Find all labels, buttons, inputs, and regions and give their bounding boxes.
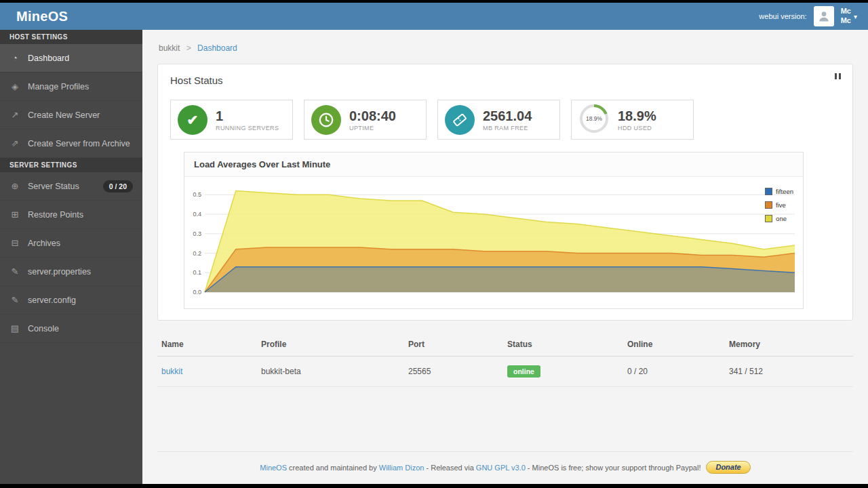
sidebar-item-console[interactable]: ▤ Console	[0, 314, 142, 343]
server-memory: 341 / 512	[729, 367, 849, 376]
sidebar-item-server-properties[interactable]: ✎ server.properties	[0, 258, 142, 286]
stat-label: HDD USED	[618, 125, 656, 131]
table-header-row: Name Profile Port Status Online Memory	[157, 333, 853, 357]
host-status-panel: Host Status ✔ 1 RUNNING SERVERS	[157, 64, 853, 321]
sidebar-item-label: Manage Profiles	[28, 82, 89, 92]
screen: MineOS webui version: Mc Mc ▾ HOST SETTI…	[0, 0, 868, 488]
server-name-link[interactable]: bukkit	[161, 367, 182, 376]
tags-icon: ◈	[9, 81, 20, 92]
panel-title: Host Status	[170, 75, 840, 86]
footer-link-author[interactable]: William Dizon	[379, 464, 425, 472]
legend-swatch	[765, 188, 772, 195]
sidebar-item-label: Archives	[28, 239, 60, 248]
stat-value: 18.9%	[618, 108, 656, 123]
sidebar-item-server-status[interactable]: ⊕ Server Status 0 / 20	[0, 172, 142, 201]
ticket-icon	[445, 105, 475, 135]
legend-item-five: five	[765, 201, 793, 209]
brand-logo[interactable]: MineOS	[0, 9, 68, 24]
external-link-icon: ⇗	[9, 138, 20, 148]
load-averages-chart-panel: Load Averages Over Last Minute 0.00.10.2…	[184, 152, 804, 309]
dashboard-icon: ◔	[9, 53, 20, 63]
sidebar-item-dashboard[interactable]: ◔ Dashboard	[0, 44, 142, 73]
chart-legend: fifteenfiveone	[765, 188, 793, 228]
legend-swatch	[765, 201, 772, 209]
footer-link-mineos[interactable]: MineOS	[260, 464, 287, 472]
svg-text:0.3: 0.3	[193, 230, 201, 237]
legend-swatch	[765, 215, 772, 222]
legend-label: fifteen	[776, 188, 793, 195]
stat-tiles: ✔ 1 RUNNING SERVERS 0:08:40	[170, 100, 840, 140]
donate-button[interactable]: Donate	[706, 461, 750, 474]
user-avatar	[814, 6, 834, 26]
sidebar-item-manage-profiles[interactable]: ◈ Manage Profiles	[0, 73, 142, 101]
check-icon: ✔	[178, 105, 208, 135]
letterbox-bottom	[0, 484, 868, 488]
mineos-webui: MineOS webui version: Mc Mc ▾ HOST SETTI…	[0, 3, 868, 484]
stat-label: UPTIME	[349, 125, 396, 131]
sidebar-item-restore-points[interactable]: ⊞ Restore Points	[0, 201, 142, 229]
col-header-status: Status	[507, 340, 627, 349]
sidebar-item-server-config[interactable]: ✎ server.config	[0, 286, 142, 314]
user-name: Mc Mc	[841, 7, 851, 26]
main-content: bukkit > Dashboard Host Status ✔ 1 RUNNI…	[142, 30, 868, 484]
pause-icon[interactable]	[833, 71, 843, 81]
top-bar: MineOS webui version: Mc Mc ▾	[0, 3, 868, 30]
chart-body: 0.00.10.20.30.40.5 fifteenfiveone	[184, 177, 803, 308]
server-port: 25565	[408, 367, 507, 376]
clock-icon	[311, 105, 341, 135]
sidebar-item-label: Create Server from Archive	[28, 139, 130, 148]
sidebar-item-label: Console	[28, 324, 59, 333]
sidebar-item-label: server.config	[28, 296, 76, 305]
chevron-down-icon: ▾	[854, 13, 857, 20]
inbox-icon: ⊞	[9, 209, 20, 220]
footer: MineOS created and maintained by William…	[157, 451, 853, 484]
stat-value: 0:08:40	[349, 108, 396, 123]
server-count-badge: 0 / 20	[103, 180, 133, 192]
sidebar-item-create-server-from-archive[interactable]: ⇗ Create Server from Archive	[0, 129, 142, 158]
stat-value: 1	[216, 108, 279, 123]
server-profile: bukkit-beta	[261, 367, 408, 376]
stat-tile-hdd-used: 18.9% 18.9% HDD USED	[571, 100, 694, 140]
stat-tile-uptime: 0:08:40 UPTIME	[304, 100, 427, 140]
external-link-icon: ↗	[9, 110, 20, 120]
user-menu[interactable]: Mc Mc ▾	[841, 7, 857, 26]
legend-item-one: one	[765, 215, 793, 222]
footer-text: - Released via	[424, 464, 475, 472]
user-name-line1: Mc	[841, 7, 851, 16]
topbar-right: webui version: Mc Mc ▾	[759, 6, 868, 26]
svg-text:0.4: 0.4	[193, 211, 201, 218]
user-name-line2: Mc	[841, 16, 851, 26]
footer-link-license[interactable]: GNU GPL v3.0	[476, 464, 526, 472]
legend-label: five	[776, 201, 786, 209]
status-badge: online	[507, 365, 540, 378]
globe-icon: ⊕	[9, 181, 20, 191]
svg-text:0.2: 0.2	[193, 250, 201, 257]
stat-tile-ram-free: 2561.04 MB RAM FREE	[437, 100, 560, 140]
footer-text: created and maintained by	[287, 464, 379, 472]
chart-title: Load Averages Over Last Minute	[184, 152, 803, 177]
svg-text:0.1: 0.1	[193, 269, 201, 276]
load-averages-chart: 0.00.10.20.30.40.5	[186, 180, 797, 303]
breadcrumb-separator: >	[186, 43, 191, 53]
col-header-profile: Profile	[261, 340, 408, 349]
sidebar-section-host-settings: HOST SETTINGS	[0, 30, 142, 44]
col-header-online: Online	[627, 340, 729, 349]
col-header-name: Name	[161, 340, 261, 349]
breadcrumb-current[interactable]: Dashboard	[197, 43, 237, 53]
table-row: bukkit bukkit-beta 25565 online 0 / 20 3…	[157, 357, 853, 387]
sidebar-item-label: server.properties	[28, 267, 91, 277]
sidebar-item-label: Restore Points	[28, 210, 83, 220]
stat-label: MB RAM FREE	[483, 125, 532, 131]
stat-value: 2561.04	[483, 108, 532, 123]
archive-icon: ⊟	[9, 238, 20, 248]
sidebar-item-create-new-server[interactable]: ↗ Create New Server	[0, 101, 142, 129]
sidebar-section-server-settings: SERVER SETTINGS	[0, 158, 142, 172]
sidebar-item-archives[interactable]: ⊟ Archives	[0, 229, 142, 258]
sidebar-item-label: Create New Server	[28, 110, 100, 120]
stat-tile-running-servers: ✔ 1 RUNNING SERVERS	[170, 100, 293, 140]
body-row: HOST SETTINGS ◔ Dashboard ◈ Manage Profi…	[0, 30, 868, 484]
breadcrumb-parent[interactable]: bukkit	[159, 43, 180, 53]
server-online-count: 0 / 20	[627, 367, 729, 376]
svg-text:0.5: 0.5	[193, 191, 201, 198]
breadcrumb: bukkit > Dashboard	[157, 30, 853, 64]
